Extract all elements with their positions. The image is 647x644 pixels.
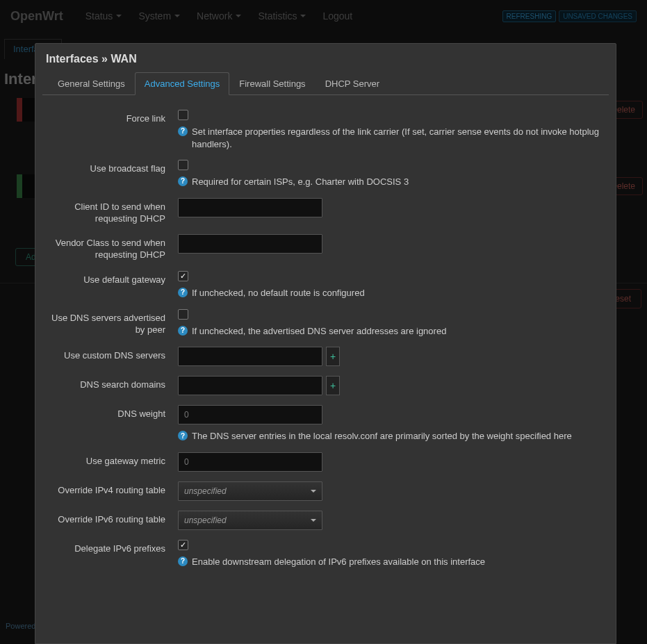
modal-tabs: General Settings Advanced Settings Firew… xyxy=(42,72,609,95)
input-gateway-metric[interactable] xyxy=(178,452,322,472)
label-gateway-metric: Use gateway metric xyxy=(42,452,178,468)
label-use-broadcast: Use broadcast flag xyxy=(42,160,178,175)
label-client-id: Client ID to send when requesting DHCP xyxy=(42,198,178,225)
label-custom-dns: Use custom DNS servers xyxy=(42,347,178,362)
tab-dhcp-server[interactable]: DHCP Server xyxy=(316,72,390,95)
select-ipv6-table[interactable]: unspecified xyxy=(178,511,322,530)
label-vendor-class: Vendor Class to send when requesting DHC… xyxy=(42,234,178,261)
label-dns-weight: DNS weight xyxy=(42,405,178,420)
help-text: Enable downstream delegation of IPv6 pre… xyxy=(192,556,485,568)
label-default-gateway: Use default gateway xyxy=(42,271,178,286)
chevron-down-icon xyxy=(311,519,316,522)
help-icon: ? xyxy=(178,431,188,440)
label-ipv6-table: Override IPv6 routing table xyxy=(42,511,178,526)
modal-interfaces-wan: Interfaces » WAN General Settings Advanc… xyxy=(35,43,616,644)
help-text: If unchecked, the advertised DNS server … xyxy=(192,325,446,338)
checkbox-peer-dns[interactable] xyxy=(178,309,188,320)
label-ipv4-table: Override IPv4 routing table xyxy=(42,481,178,497)
help-icon: ? xyxy=(178,126,188,136)
label-peer-dns: Use DNS servers advertised by peer xyxy=(42,309,178,336)
checkbox-default-gateway[interactable] xyxy=(178,271,188,281)
input-dns-search[interactable] xyxy=(178,376,322,395)
chevron-down-icon xyxy=(311,490,316,493)
label-dns-search: DNS search domains xyxy=(42,376,178,391)
label-force-link: Force link xyxy=(42,110,178,125)
modal-body[interactable]: Force link ?Set interface properties reg… xyxy=(35,98,616,643)
tab-firewall-settings[interactable]: Firewall Settings xyxy=(229,72,315,95)
help-icon: ? xyxy=(178,326,188,336)
help-icon: ? xyxy=(178,288,188,297)
tab-advanced-settings[interactable]: Advanced Settings xyxy=(135,72,229,95)
add-button[interactable]: + xyxy=(326,347,340,366)
modal-title: Interfaces » WAN xyxy=(35,44,616,72)
input-client-id[interactable] xyxy=(178,198,322,217)
select-ipv4-table[interactable]: unspecified xyxy=(178,481,322,501)
tab-general-settings[interactable]: General Settings xyxy=(48,72,135,95)
add-button[interactable]: + xyxy=(326,376,340,395)
help-text: Set interface properties regardless of t… xyxy=(192,126,602,150)
help-text: Required for certain ISPs, e.g. Charter … xyxy=(192,176,409,188)
help-text: If unchecked, no default route is config… xyxy=(192,287,365,299)
help-icon: ? xyxy=(178,176,188,186)
help-text: The DNS server entries in the local reso… xyxy=(192,430,572,443)
input-custom-dns[interactable] xyxy=(178,347,322,366)
label-delegate-ipv6: Delegate IPv6 prefixes xyxy=(42,540,178,555)
input-vendor-class[interactable] xyxy=(178,234,322,254)
checkbox-delegate-ipv6[interactable] xyxy=(178,540,188,550)
help-icon: ? xyxy=(178,556,188,566)
input-dns-weight[interactable] xyxy=(178,405,322,424)
checkbox-use-broadcast[interactable] xyxy=(178,160,188,170)
checkbox-force-link[interactable] xyxy=(178,110,188,120)
